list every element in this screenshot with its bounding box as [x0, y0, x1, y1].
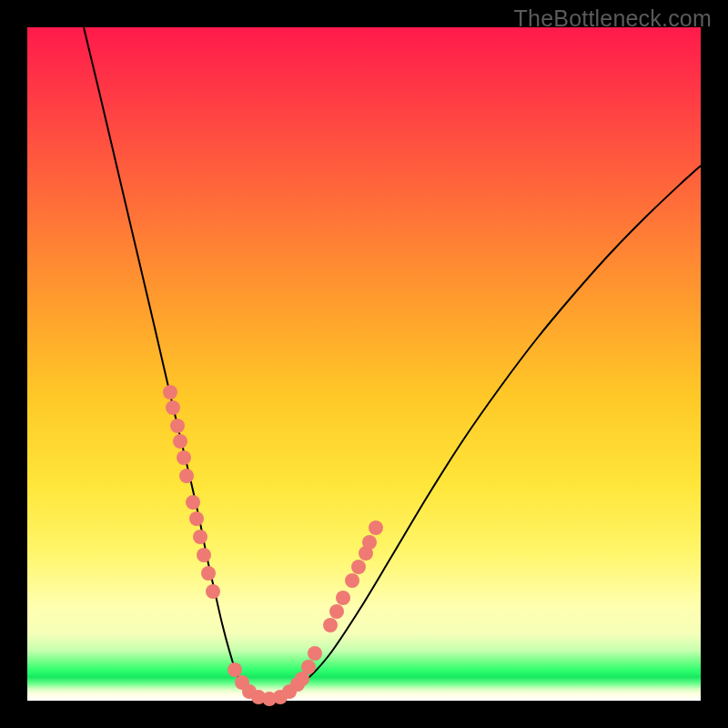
scatter-dot: [206, 584, 220, 599]
scatter-dot: [197, 548, 211, 562]
scatter-dot: [308, 646, 322, 661]
scatter-dot: [336, 591, 350, 605]
scatter-dot: [301, 660, 316, 674]
scatter-dot: [345, 573, 359, 588]
scatter-dot: [201, 566, 216, 581]
scatter-dot: [173, 434, 187, 449]
scatter-dot: [329, 604, 344, 619]
scatter-dot: [323, 618, 338, 632]
scatter-dot: [166, 400, 180, 415]
scatter-dot: [362, 535, 377, 550]
scatter-dot: [351, 560, 366, 574]
scatter-dot: [186, 495, 200, 510]
scatter-dot: [179, 469, 194, 483]
watermark-text: TheBottleneck.com: [514, 5, 712, 32]
plot-area: [27, 27, 701, 701]
scatter-dot: [170, 419, 185, 433]
scatter-dots: [163, 385, 383, 706]
bottleneck-curve: [84, 27, 701, 701]
scatter-dot: [189, 511, 204, 526]
scatter-dot: [193, 530, 207, 544]
scatter-dot: [228, 662, 242, 677]
chart-frame: TheBottleneck.com: [0, 0, 728, 728]
chart-svg: [27, 27, 701, 701]
scatter-dot: [177, 450, 191, 465]
scatter-dot: [369, 521, 383, 535]
scatter-dot: [163, 385, 177, 399]
